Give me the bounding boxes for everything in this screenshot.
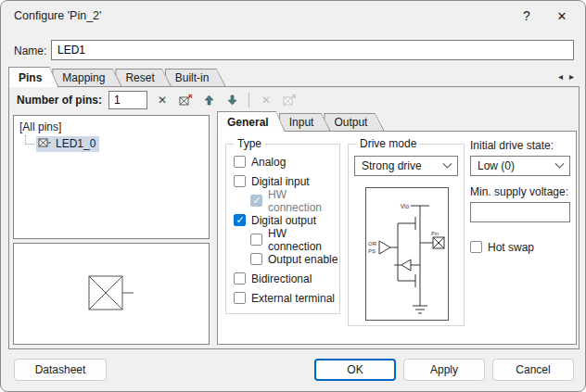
move-pin-up-icon[interactable]	[200, 92, 217, 108]
tab-label: Input	[289, 116, 314, 129]
type-group: Type Analog Digital input HW connection …	[225, 144, 340, 314]
pin-icon	[38, 137, 52, 151]
checkbox-box	[234, 175, 246, 187]
tree-connector	[25, 135, 34, 145]
pin-symbol-icon	[87, 274, 135, 314]
checkbox-output-enable[interactable]: Output enable	[226, 249, 339, 269]
checkbox-box	[250, 195, 262, 207]
checkbox-hw-connection-output[interactable]: HW connection	[226, 230, 339, 249]
checkbox-analog[interactable]: Analog	[226, 152, 339, 171]
pins-toolbar: Number of pins: ✕ ✕	[13, 89, 575, 111]
apply-button[interactable]: Apply	[403, 359, 485, 381]
checkbox-label: Digital output	[251, 214, 316, 227]
tab-pins[interactable]: Pins	[8, 67, 58, 87]
chevron-down-icon	[443, 158, 452, 168]
checkbox-box	[234, 292, 246, 304]
sub-tab-strip: General Input Output	[217, 111, 377, 132]
checkbox-box	[234, 156, 246, 168]
type-group-label: Type	[234, 137, 265, 150]
tab-label: Reset	[125, 71, 154, 84]
help-button[interactable]: ?	[511, 1, 542, 31]
pins-tab-page: Number of pins: ✕ ✕ [All pins]	[8, 86, 580, 349]
checkbox-box	[250, 234, 262, 246]
checkbox-label: Digital input	[251, 175, 310, 188]
delete-pin-icon[interactable]: ✕	[154, 92, 171, 108]
checkbox-label: HW connection	[268, 188, 339, 214]
tab-label: Mapping	[62, 71, 105, 84]
window-title: Configure 'Pin_2'	[14, 9, 101, 22]
tab-reset[interactable]: Reset	[115, 69, 171, 86]
checkbox-external-terminal[interactable]: External terminal	[226, 288, 339, 308]
disabled-pin-icon	[281, 92, 298, 108]
initial-drive-state-label: Initial drive state:	[470, 139, 570, 152]
tree-item-pin[interactable]: LED1_0	[25, 135, 205, 152]
checkbox-label: External terminal	[251, 292, 335, 305]
tab-mapping[interactable]: Mapping	[52, 69, 121, 86]
checkbox-box	[250, 253, 262, 265]
number-of-pins-input[interactable]	[108, 91, 147, 109]
toolbar-separator	[248, 93, 249, 107]
general-tab-page: Type Analog Digital input HW connection …	[217, 131, 577, 345]
main-tab-strip: Pins Mapping Reset Built-in	[8, 67, 219, 87]
checkbox-box	[470, 241, 482, 253]
vio-label: Vio	[401, 203, 410, 209]
tab-label: Pins	[19, 71, 42, 84]
pin-label: Pin	[431, 231, 439, 236]
tab-label: Output	[334, 116, 367, 129]
right-options-column: Initial drive state: Low (0) Min. supply…	[470, 139, 570, 257]
tab-built-in[interactable]: Built-in	[165, 69, 226, 86]
drive-mode-label: Drive mode	[356, 137, 420, 150]
tree-item-label: LED1_0	[56, 137, 96, 150]
tab-label: General	[227, 116, 269, 129]
checkbox-box	[234, 272, 246, 285]
drive-mode-diagram: Vio OR PS	[365, 187, 449, 321]
datasheet-button[interactable]: Datasheet	[14, 359, 107, 381]
chevron-down-icon	[555, 158, 565, 168]
tab-scroll-right-icon[interactable]: ▸	[569, 71, 574, 82]
tab-label: Built-in	[175, 71, 210, 84]
move-pin-down-icon[interactable]	[223, 92, 240, 108]
checkbox-label: Bidirectional	[251, 272, 312, 285]
checkbox-label: Hot swap	[488, 241, 534, 254]
number-of-pins-label: Number of pins:	[17, 94, 102, 107]
name-label: Name:	[14, 44, 46, 57]
cancel-button[interactable]: Cancel	[492, 359, 574, 381]
tab-output[interactable]: Output	[324, 113, 384, 131]
checkbox-label: Output enable	[268, 253, 338, 266]
delete-all-pins-icon[interactable]	[177, 92, 194, 108]
ok-button[interactable]: OK	[314, 359, 396, 381]
initial-drive-state-select[interactable]: Low (0)	[470, 156, 570, 176]
disabled-delete-icon: ✕	[258, 92, 274, 108]
ps-label: PS	[368, 248, 376, 254]
or-label: OR	[368, 241, 377, 247]
close-button[interactable]: ✕	[546, 1, 578, 31]
tab-scroll-left-icon[interactable]: ◂	[558, 71, 563, 82]
initial-drive-state-value: Low (0)	[478, 159, 515, 172]
checkbox-hw-connection-input: HW connection	[226, 191, 339, 210]
checkbox-label: HW connection	[268, 227, 339, 253]
drive-mode-value: Strong drive	[362, 159, 422, 172]
configure-pin-dialog: Configure 'Pin_2' ? ✕ Name: Pins Mapping…	[0, 0, 586, 392]
tab-scroll-buttons: ◂ ▸	[558, 71, 574, 82]
tree-item-all-pins[interactable]: [All pins]	[18, 119, 205, 135]
drive-mode-select[interactable]: Strong drive	[354, 156, 458, 176]
drive-mode-schematic: Vio OR PS	[366, 189, 448, 319]
drive-mode-group: Drive mode Strong drive Vio	[348, 144, 465, 326]
tree-selection: LED1_0	[36, 136, 99, 152]
pin-tree: [All pins] LED1_0	[13, 115, 210, 239]
checkbox-box	[234, 214, 246, 226]
titlebar: Configure 'Pin_2' ? ✕	[1, 1, 585, 31]
checkbox-bidirectional[interactable]: Bidirectional	[226, 269, 339, 288]
min-supply-voltage-input[interactable]	[470, 202, 570, 222]
pin-preview	[13, 243, 210, 345]
name-input[interactable]	[51, 40, 574, 60]
checkbox-label: Analog	[251, 156, 286, 169]
hot-swap-checkbox[interactable]: Hot swap	[470, 237, 570, 257]
tab-input[interactable]: Input	[279, 113, 331, 131]
min-supply-voltage-label: Min. supply voltage:	[470, 185, 570, 198]
tab-general[interactable]: General	[217, 111, 286, 132]
